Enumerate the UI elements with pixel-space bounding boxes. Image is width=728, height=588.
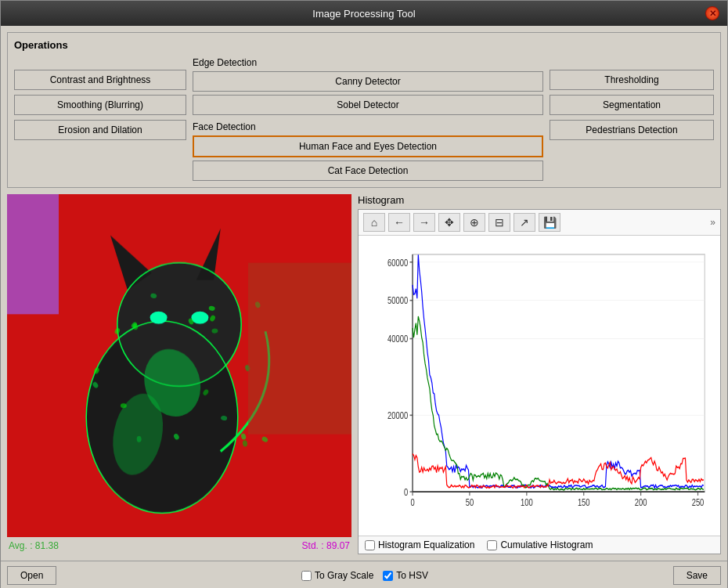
cat-face-button[interactable]: Cat Face Detection xyxy=(193,161,543,181)
save-button[interactable]: Save xyxy=(673,566,721,585)
hsv-checkbox[interactable]: To HSV xyxy=(383,570,428,581)
sobel-detector-button[interactable]: Sobel Detector xyxy=(193,95,543,115)
gray-scale-checkbox[interactable]: To Gray Scale xyxy=(301,570,373,581)
ops-layout: Contrast and Brightness Smoothing (Blurr… xyxy=(14,57,714,181)
hist-checkboxes: Histogram Equalization Cumulative Histog… xyxy=(359,536,720,554)
histogram-panel: Histogram ⌂ ← → ✥ ⊕ ⊟ ↗ 💾 » xyxy=(358,194,721,554)
hist-back-button[interactable]: ← xyxy=(388,213,410,232)
bottom-section: Avg. : 81.38 Std. : 89.07 Histogram ⌂ xyxy=(7,194,721,554)
gray-scale-input[interactable] xyxy=(301,571,312,581)
pedestrians-detection-button[interactable]: Pedestrians Detection xyxy=(550,120,714,140)
operations-section: Operations Contrast and Brightness Smoot… xyxy=(7,32,721,188)
canny-detector-button[interactable]: Canny Detector xyxy=(193,71,543,92)
erosion-dilation-button[interactable]: Erosion and Dilation xyxy=(14,120,186,140)
cumulative-histogram-label: Cumulative Histogram xyxy=(500,539,593,550)
hist-chart-area: 600005000040000200000050100150200250 xyxy=(359,236,720,536)
hsv-label: To HSV xyxy=(396,570,428,581)
svg-text:50000: 50000 xyxy=(387,295,408,306)
svg-text:0: 0 xyxy=(404,487,408,498)
open-button[interactable]: Open xyxy=(7,566,56,585)
human-face-eyes-button[interactable]: Human Face and Eyes Detection xyxy=(193,135,543,157)
segmentation-button[interactable]: Segmentation xyxy=(550,95,714,115)
ops-left-column: Contrast and Brightness Smoothing (Blurr… xyxy=(14,57,186,181)
svg-text:150: 150 xyxy=(578,496,590,507)
hist-save-button[interactable]: 💾 xyxy=(539,213,560,232)
avg-stat: Avg. : 81.38 xyxy=(9,540,59,551)
main-content: Operations Contrast and Brightness Smoot… xyxy=(1,26,727,561)
ops-middle-column: Edge Detection Canny Detector Sobel Dete… xyxy=(193,57,543,181)
svg-text:60000: 60000 xyxy=(387,257,408,268)
image-stats: Avg. : 81.38 Std. : 89.07 xyxy=(7,537,351,554)
svg-text:50: 50 xyxy=(466,496,474,507)
image-panel: Avg. : 81.38 Std. : 89.07 xyxy=(7,194,351,554)
hist-pan-button[interactable]: ✥ xyxy=(438,213,460,232)
smoothing-blurring-button[interactable]: Smoothing (Blurring) xyxy=(14,95,186,115)
histogram-box: ⌂ ← → ✥ ⊕ ⊟ ↗ 💾 » 6000050000400002000000… xyxy=(358,209,721,554)
hist-equalization-label: Histogram Equalization xyxy=(378,539,474,550)
image-canvas xyxy=(7,194,351,537)
hist-equalization-checkbox[interactable]: Histogram Equalization xyxy=(365,539,474,550)
hist-home-button[interactable]: ⌂ xyxy=(363,213,385,232)
svg-rect-0 xyxy=(413,254,705,492)
operations-label: Operations xyxy=(14,39,714,51)
hist-forward-button[interactable]: → xyxy=(413,213,435,232)
histogram-label: Histogram xyxy=(358,194,721,206)
face-detection-group: Face Detection Human Face and Eyes Detec… xyxy=(193,121,543,181)
hist-settings-button[interactable]: ⊟ xyxy=(488,213,510,232)
bottom-bar: Open To Gray Scale To HSV Save xyxy=(1,561,727,588)
hist-zoom-button[interactable]: ⊕ xyxy=(463,213,485,232)
hist-toolbar: ⌂ ← → ✥ ⊕ ⊟ ↗ 💾 » xyxy=(359,210,720,236)
edge-detection-label: Edge Detection xyxy=(193,57,543,68)
svg-text:200: 200 xyxy=(635,496,647,507)
title-bar: Image Processing Tool ✕ xyxy=(1,1,727,26)
svg-text:40000: 40000 xyxy=(387,334,408,345)
svg-text:20000: 20000 xyxy=(387,410,408,421)
ops-right-column: Thresholding Segmentation Pedestrians De… xyxy=(550,57,714,181)
hist-expand-button[interactable]: » xyxy=(710,217,715,228)
std-stat: Std. : 89.07 xyxy=(302,540,350,551)
hist-trend-button[interactable]: ↗ xyxy=(514,213,535,232)
cumulative-histogram-checkbox[interactable]: Cumulative Histogram xyxy=(487,539,593,550)
face-detection-label: Face Detection xyxy=(193,121,543,132)
svg-text:250: 250 xyxy=(692,496,705,507)
edge-detection-group: Edge Detection Canny Detector Sobel Dete… xyxy=(193,57,543,115)
svg-text:100: 100 xyxy=(521,496,533,507)
contrast-brightness-button[interactable]: Contrast and Brightness xyxy=(14,70,186,90)
hsv-input[interactable] xyxy=(383,571,393,581)
thresholding-button[interactable]: Thresholding xyxy=(550,70,714,90)
close-button[interactable]: ✕ xyxy=(705,6,719,20)
histogram-svg: 600005000040000200000050100150200250 xyxy=(365,242,714,529)
main-window: Image Processing Tool ✕ Operations Contr… xyxy=(0,0,728,588)
svg-text:0: 0 xyxy=(410,496,414,507)
cumulative-histogram-input[interactable] xyxy=(487,540,497,550)
gray-scale-label: To Gray Scale xyxy=(315,570,373,581)
image-container xyxy=(7,194,351,537)
window-title: Image Processing Tool xyxy=(23,8,705,20)
hist-equalization-input[interactable] xyxy=(365,540,375,550)
